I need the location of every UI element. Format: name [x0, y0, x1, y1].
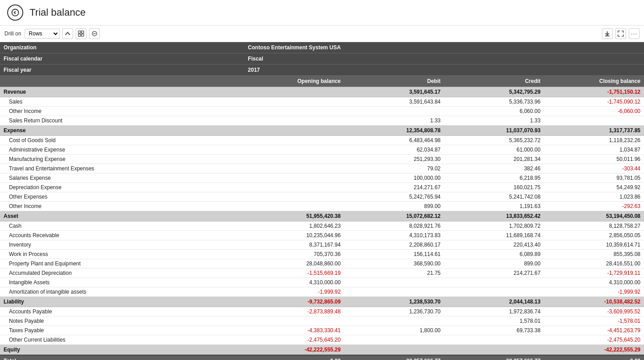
- table-cell: 214,271.67: [344, 183, 444, 192]
- svg-rect-2: [82, 31, 84, 33]
- table-cell: Accounts Payable: [0, 307, 245, 317]
- table-cell: [444, 335, 544, 345]
- table-row: Salaries Expense100,000.006,218.9593,781…: [0, 173, 644, 183]
- table-cell: 220,413.40: [444, 240, 544, 250]
- drill-select[interactable]: Rows Columns: [25, 29, 60, 39]
- category-cell: 13,833,652.42: [444, 211, 544, 221]
- table-cell: 5,365,232.72: [444, 136, 544, 145]
- table-row: Intangible Assets4,310,000.004,310,000.0…: [0, 278, 644, 287]
- drill-up-button[interactable]: [62, 28, 73, 39]
- table-cell: 10,359,614.71: [544, 240, 644, 250]
- table-cell: [245, 97, 344, 107]
- table-cell: 6,089.89: [444, 250, 544, 259]
- table-cell: 201,281.34: [444, 155, 544, 164]
- category-cell: 3,591,645.17: [344, 87, 444, 97]
- table-cell: 2,856,050.05: [544, 231, 644, 240]
- table-cell: Intangible Assets: [0, 278, 245, 287]
- svg-rect-4: [82, 34, 84, 36]
- table-cell: 4,310,173.83: [344, 231, 444, 240]
- table-cell: 1,023.86: [544, 192, 644, 202]
- category-cell: 11,037,070.93: [444, 126, 544, 136]
- table-row: Work in Process705,370.36156,114.616,089…: [0, 250, 644, 259]
- more-options-button[interactable]: ···: [629, 28, 640, 39]
- table-cell: Accumulated Depreciation: [0, 269, 245, 278]
- category-cell: 51,955,420.38: [245, 211, 344, 221]
- category-cell: -42,222,555.29: [544, 345, 644, 356]
- total-cell: 32,257,666.77: [344, 355, 444, 360]
- table-cell: [344, 287, 444, 297]
- collapse-button[interactable]: [89, 28, 100, 39]
- table-cell: 1,578.01: [444, 317, 544, 326]
- category-cell: 5,342,795.29: [444, 87, 544, 97]
- table-cell: -6,060.00: [544, 107, 644, 116]
- table-cell: Work in Process: [0, 250, 245, 259]
- fullscreen-button[interactable]: [615, 28, 626, 39]
- table-row: Other Expenses5,242,765.945,241,742.081,…: [0, 192, 644, 202]
- table-cell: Cash: [0, 221, 245, 231]
- total-cell: 0.00: [544, 355, 644, 360]
- category-cell: Equity: [0, 345, 245, 356]
- table-cell: Taxes Payable: [0, 326, 245, 335]
- table-cell: -2,475,645.20: [245, 335, 344, 345]
- col-debit-header: Debit: [344, 76, 444, 87]
- expand-button[interactable]: [76, 28, 86, 39]
- table-cell: -1,515,669.19: [245, 269, 344, 278]
- table-cell: 62,034.87: [344, 145, 444, 155]
- download-button[interactable]: [602, 28, 613, 39]
- table-row: Cost of Goods Sold6,483,464.985,365,232.…: [0, 136, 644, 145]
- table-row: Accounts Payable-2,873,889.481,236,730.7…: [0, 307, 644, 317]
- table-cell: 160,021.75: [444, 183, 544, 192]
- table-cell: 28,416,551.00: [544, 259, 644, 269]
- table-row: Other Income899.001,191.63-292.63: [0, 202, 644, 211]
- table-cell: 2,208,860.17: [344, 240, 444, 250]
- table-cell: Notes Payable: [0, 317, 245, 326]
- table-cell: 1.33: [344, 116, 444, 126]
- table-row: Amortization of intangible assets-1,999.…: [0, 287, 644, 297]
- table-cell: 705,370.36: [245, 250, 344, 259]
- table-cell: Sales: [0, 97, 245, 107]
- back-button[interactable]: [7, 4, 23, 21]
- total-row: Total0.0032,257,666.7732,257,666.770.00: [0, 355, 644, 360]
- table-cell: 4,310,000.00: [544, 278, 644, 287]
- toolbar: Drill on Rows Columns: [0, 26, 644, 42]
- table-cell: Other Expenses: [0, 192, 245, 202]
- table-cell: 368,590.00: [344, 259, 444, 269]
- table-cell: Salaries Expense: [0, 173, 245, 183]
- table-cell: [344, 278, 444, 287]
- table-row: Taxes Payable-4,383,330.411,800.0069,733…: [0, 326, 644, 335]
- table-cell: Cost of Goods Sold: [0, 136, 245, 145]
- table-cell: 28,048,860.00: [245, 259, 344, 269]
- category-row: Expense12,354,808.7811,037,070.931,317,7…: [0, 126, 644, 136]
- table-cell: -3,609,995.52: [544, 307, 644, 317]
- table-cell: [245, 107, 344, 116]
- col-name-header: [0, 76, 245, 87]
- table-cell: 50,011.96: [544, 155, 644, 164]
- page-title: Trial balance: [30, 7, 86, 18]
- category-cell: [245, 87, 344, 97]
- table-cell: 93,781.05: [544, 173, 644, 183]
- table-cell: 1,034.87: [544, 145, 644, 155]
- table-cell: [444, 278, 544, 287]
- category-cell: 2,044,148.13: [444, 297, 544, 307]
- category-cell: 53,194,450.08: [544, 211, 644, 221]
- org-value: Contoso Entertainment System USA: [245, 42, 644, 53]
- table-cell: 54,249.92: [544, 183, 644, 192]
- table-cell: 3,591,643.84: [344, 97, 444, 107]
- table-cell: 8,371,167.94: [245, 240, 344, 250]
- table-row: Accumulated Depreciation-1,515,669.1921.…: [0, 269, 644, 278]
- table-cell: -303.44: [544, 164, 644, 173]
- table-row: Other Current Liabilities-2,475,645.20-2…: [0, 335, 644, 345]
- table-cell: [245, 183, 344, 192]
- table-container: Organization Contoso Entertainment Syste…: [0, 42, 644, 360]
- total-cell: 32,257,666.77: [444, 355, 544, 360]
- category-cell: -9,732,865.09: [245, 297, 344, 307]
- table-cell: 1,972,836.74: [444, 307, 544, 317]
- table-cell: Other Income: [0, 107, 245, 116]
- category-cell: -42,222,555.29: [245, 345, 344, 356]
- category-cell: 1,317,737.85: [544, 126, 644, 136]
- table-cell: 1,800.00: [344, 326, 444, 335]
- table-row: Property Plant and Equipment28,048,860.0…: [0, 259, 644, 269]
- table-cell: [245, 317, 344, 326]
- total-cell: 0.00: [245, 355, 344, 360]
- table-cell: 899.00: [444, 259, 544, 269]
